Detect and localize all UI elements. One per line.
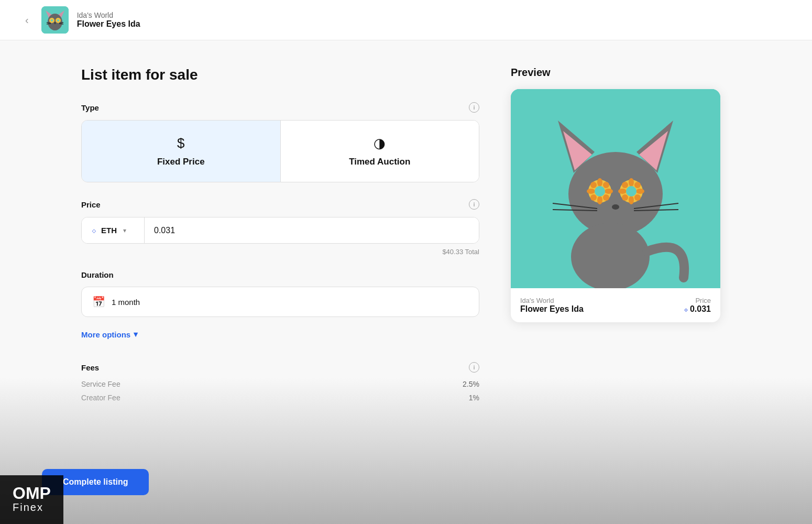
svg-line-12 (47, 24, 51, 24)
price-section: Price i ⬦ ETH ▾ $40.33 Total (81, 199, 479, 256)
type-option-auction[interactable]: ◑ Timed Auction (281, 121, 479, 182)
fees-section-header: Fees i (81, 362, 479, 373)
fees-row-service: Service Fee 2.5% (81, 380, 479, 388)
type-selector: $ Fixed Price ◑ Timed Auction (81, 120, 479, 182)
price-section-header: Price i (81, 199, 479, 210)
currency-selector[interactable]: ⬦ ETH ▾ (82, 217, 145, 243)
svg-point-39 (595, 186, 605, 196)
svg-point-25 (587, 189, 595, 194)
left-column: List item for sale Type i $ Fixed Price … (81, 67, 479, 407)
svg-point-41 (612, 204, 619, 210)
clock-icon: ◑ (374, 135, 386, 151)
preview-price-label: Price (684, 297, 711, 304)
header-collection-name: Ida's World (77, 11, 140, 19)
preview-collection-name: Ida's World (520, 297, 584, 304)
duration-value: 1 month (112, 298, 140, 307)
more-options-button[interactable]: More options ▾ (81, 330, 138, 339)
dollar-icon: $ (177, 135, 184, 151)
preview-image (511, 89, 720, 288)
header-nft-name: Flower Eyes Ida (77, 19, 140, 29)
fees-info-icon[interactable]: i (469, 362, 479, 373)
price-info-icon[interactable]: i (469, 199, 479, 210)
preview-title: Preview (511, 67, 720, 79)
svg-line-13 (59, 24, 63, 24)
preview-nft-details: Ida's World Flower Eyes Ida (520, 297, 584, 314)
svg-point-28 (603, 182, 609, 188)
price-row: ⬦ ETH ▾ (81, 217, 479, 244)
svg-point-31 (629, 178, 634, 187)
svg-point-40 (626, 186, 637, 196)
price-input[interactable] (145, 217, 479, 243)
eth-icon: ⬦ (684, 305, 688, 313)
fees-row-creator: Creator Fee 1% (81, 394, 479, 402)
price-label: Price (81, 200, 101, 209)
watermark: OMP Finex (0, 475, 63, 524)
duration-picker[interactable]: 📅 1 month (81, 287, 479, 317)
svg-point-38 (634, 194, 641, 201)
svg-point-26 (605, 189, 613, 194)
svg-point-23 (597, 178, 602, 187)
svg-point-27 (590, 182, 597, 188)
header: ‹ Ida's World Flower Eyes Ida (0, 0, 812, 40)
type-label: Type (81, 103, 99, 112)
preview-price-value: ⬦ 0.031 (684, 304, 711, 314)
duration-section-header: Duration (81, 270, 479, 279)
header-nft-thumbnail (41, 6, 69, 34)
svg-point-7 (51, 19, 53, 21)
svg-line-10 (47, 23, 51, 23)
fixed-price-label: Fixed Price (157, 157, 205, 167)
chevron-down-icon: ▾ (134, 330, 138, 339)
svg-point-8 (57, 19, 59, 21)
svg-line-11 (59, 23, 63, 23)
svg-point-24 (597, 196, 602, 204)
svg-point-29 (590, 194, 597, 201)
svg-point-32 (629, 196, 634, 204)
svg-point-9 (54, 22, 56, 24)
chevron-down-icon: ▾ (123, 227, 126, 234)
page-title: List item for sale (81, 67, 479, 83)
timed-auction-label: Timed Auction (349, 157, 410, 167)
currency-label: ETH (101, 226, 117, 235)
svg-point-34 (636, 189, 644, 194)
svg-point-35 (622, 182, 628, 188)
preview-nft-name: Flower Eyes Ida (520, 304, 584, 314)
service-fee-label: Service Fee (81, 380, 120, 388)
watermark-finex: Finex (13, 501, 51, 514)
main-layout: List item for sale Type i $ Fixed Price … (39, 40, 773, 433)
svg-point-20 (571, 223, 650, 288)
svg-point-37 (622, 194, 628, 201)
type-info-icon[interactable]: i (469, 102, 479, 113)
right-column: Preview (511, 67, 720, 407)
service-fee-value: 2.5% (463, 380, 479, 388)
svg-point-33 (618, 189, 627, 194)
duration-label: Duration (81, 270, 114, 279)
fees-section: Fees i Service Fee 2.5% Creator Fee 1% (81, 358, 479, 402)
watermark-omp: OMP (13, 485, 51, 501)
creator-fee-value: 1% (469, 394, 479, 402)
eth-diamond-icon: ⬦ (91, 225, 97, 236)
header-nft-info: Ida's World Flower Eyes Ida (77, 11, 140, 29)
price-total: $40.33 Total (81, 248, 479, 256)
more-options-label: More options (81, 330, 130, 339)
creator-fee-label: Creator Fee (81, 394, 120, 402)
duration-section: Duration 📅 1 month (81, 270, 479, 317)
preview-info: Ida's World Flower Eyes Ida Price ⬦ 0.03… (511, 288, 720, 322)
type-option-fixed[interactable]: $ Fixed Price (82, 121, 281, 182)
preview-card: Ida's World Flower Eyes Ida Price ⬦ 0.03… (511, 89, 720, 322)
preview-price-column: Price ⬦ 0.031 (684, 297, 711, 314)
svg-point-36 (634, 182, 641, 188)
svg-point-30 (603, 194, 609, 201)
fees-label: Fees (81, 363, 99, 372)
calendar-icon: 📅 (92, 296, 105, 308)
type-section-header: Type i (81, 102, 479, 113)
back-button[interactable]: ‹ (21, 12, 33, 28)
